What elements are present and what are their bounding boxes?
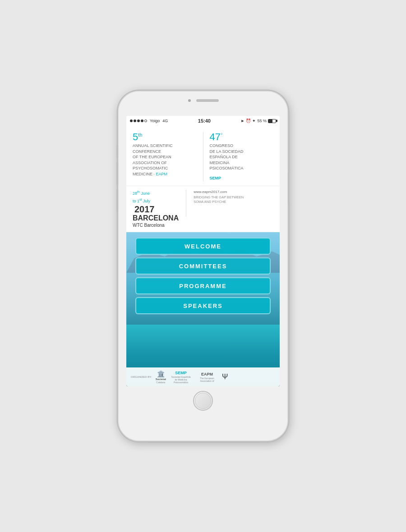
semp-info: 47° CONGRESO DE LA SOCIEDAD ESPAÑOLA DE … xyxy=(210,132,274,181)
speakers-button[interactable]: SPEAKERS xyxy=(135,297,271,314)
phone-mute-button xyxy=(116,145,118,158)
buttons-section: WELCOME COMMITTEES PROGRAMME SPEAKERS OR… xyxy=(126,232,280,386)
footer-logos: ORGANIZED BY: 🏛️ Societat Catalana SEMP … xyxy=(126,367,280,386)
phone-camera xyxy=(188,99,191,102)
website-tagline: BRIDGING THE GAP BETWEENSOMA AND PSYCHE xyxy=(194,195,244,204)
eapm-logo: EAPM The European Association of xyxy=(196,372,218,382)
website-url: www.eapm2017.com xyxy=(194,190,244,194)
phone-speaker xyxy=(196,99,219,102)
date-to: to 1st July xyxy=(133,197,179,204)
phone-power-button xyxy=(288,172,290,204)
header-divider xyxy=(203,132,203,181)
date-info: 28th June to 1st July 2017 BARCELONA WTC… xyxy=(133,190,179,228)
programme-button[interactable]: PROGRAMME xyxy=(135,277,271,294)
semp-logo: SEMP Sociedad Española de Medicina Psico… xyxy=(170,371,192,384)
congreso-title: CONGRESO DE LA SOCIEDAD ESPAÑOLA DE MEDI… xyxy=(210,143,274,171)
phone-volume-up xyxy=(116,162,118,185)
welcome-button[interactable]: WELCOME xyxy=(135,238,271,255)
nav-buttons: WELCOME COMMITTEES PROGRAMME SPEAKERS xyxy=(126,234,280,318)
conference-header: 5th ANNUAL SCIENTIFIC CONFERENCE OF THE … xyxy=(126,126,280,186)
year-text: 2017 xyxy=(134,205,155,214)
status-icons: ► ⏰ ✦ 55 % xyxy=(241,119,276,123)
eapm-info: 5th ANNUAL SCIENTIFIC CONFERENCE OF THE … xyxy=(133,132,197,181)
conf-number: 5th xyxy=(133,132,197,142)
phone-screen: Yoigo 4G 15:40 ► ⏰ ✦ 55 % 5th xyxy=(126,116,280,386)
app-content: 5th ANNUAL SCIENTIFIC CONFERENCE OF THE … xyxy=(126,126,280,386)
societat-catalana-logo: 🏛️ Societat Catalana xyxy=(156,370,166,384)
status-bar: Yoigo 4G 15:40 ► ⏰ ✦ 55 % xyxy=(126,116,280,126)
phone-mockup: Yoigo 4G 15:40 ► ⏰ ✦ 55 % 5th xyxy=(117,90,289,442)
phone-home-button-inner xyxy=(195,393,211,409)
organized-by-label: ORGANIZED BY: xyxy=(131,376,152,378)
venue-name: WTC Barcelona xyxy=(133,223,179,228)
psi-logo: Ψ xyxy=(222,373,228,381)
conf-title: ANNUAL SCIENTIFIC CONFERENCE OF THE EURO… xyxy=(133,143,197,177)
website-info: www.eapm2017.com BRIDGING THE GAP BETWEE… xyxy=(194,190,244,204)
city-name: BARCELONA xyxy=(133,215,179,222)
date-location-section: 28th June to 1st July 2017 BARCELONA WTC… xyxy=(126,186,280,232)
congreso-number: 47° xyxy=(210,132,274,142)
phone-volume-down xyxy=(116,189,118,212)
status-carrier: Yoigo 4G xyxy=(130,119,168,123)
phone-home-button[interactable] xyxy=(193,391,213,411)
date-from: 28th June xyxy=(133,190,179,197)
semp-acronym: SEMP xyxy=(210,176,221,180)
year-city-row: 2017 xyxy=(133,205,179,214)
committees-button[interactable]: COMMITTEES xyxy=(135,257,271,275)
status-time: 15:40 xyxy=(198,118,211,124)
date-divider xyxy=(186,190,186,217)
